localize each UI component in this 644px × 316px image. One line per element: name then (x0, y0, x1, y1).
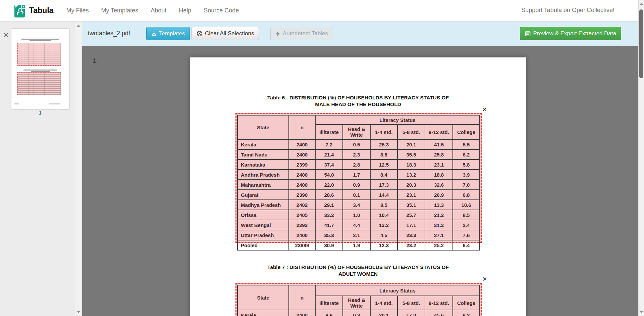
table-cell: 21.2 (425, 220, 453, 230)
table-cell: Maharashtra (237, 180, 289, 190)
table-cell: 20.1 (370, 310, 397, 316)
scroll-down-icon[interactable] (76, 311, 80, 313)
thumbnail-page-number: 1 (11, 110, 69, 116)
column-header: 1-4 std. (370, 125, 397, 139)
tabula-logo-icon[interactable] (14, 4, 26, 18)
table-cell: 8.8 (315, 310, 343, 316)
column-header: College (453, 125, 480, 139)
table-cell: 2399 (289, 160, 315, 170)
nav-about[interactable]: About (151, 7, 166, 14)
table-row: Tamil Nadu240021.42.38.835.525.86.2 (237, 149, 480, 160)
nav-help[interactable]: Help (179, 7, 191, 14)
table-cell: 12.5 (370, 160, 397, 170)
table-cell: 18.8 (425, 170, 453, 180)
clear-all-selections-label: Clear All Selections (205, 30, 254, 37)
table-cell: 29.1 (315, 200, 343, 210)
table-row: Maharashtra240022.00.917.320.332.67.0 (237, 180, 480, 190)
table-cell: 28.6 (315, 190, 343, 200)
scroll-up-icon[interactable] (76, 25, 80, 27)
brand-title[interactable]: Tabula (29, 6, 53, 15)
selection1-close-icon[interactable]: ✕ (482, 107, 487, 112)
table7-title-line2: ADULT WOMEN (190, 271, 526, 277)
group-header: Literacy Status (315, 115, 480, 125)
thumb-title-line (30, 40, 51, 41)
table-selection-2[interactable]: State n Literacy Status IlliterateRead &… (235, 283, 482, 316)
table-cell: 12.3 (370, 240, 397, 250)
table-row: Uttar Pradesh240035.32.14.523.327.17.6 (237, 230, 480, 240)
table-cell: 27.1 (425, 230, 453, 240)
table-row: Orissa240533.21.010.425.721.28.5 (237, 210, 480, 220)
autodetect-tables-button[interactable]: Autodetect Tables (270, 27, 333, 40)
table-cell: 14.4 (370, 190, 397, 200)
table-cell: 23.1 (397, 190, 425, 200)
thumb-selection-1 (17, 43, 61, 66)
navbar: Tabula My Files My Templates About Help … (0, 0, 644, 21)
column-header: State (237, 115, 289, 139)
table7: State n Literacy Status IlliterateRead &… (237, 285, 480, 316)
table-cell: 21.4 (315, 149, 343, 160)
remove-circle-icon (197, 31, 203, 37)
table6-title-line1: Table 6 : DISTRIBUTION (%) OF HOUSEHOLDS… (190, 94, 526, 101)
lightning-icon (275, 31, 280, 37)
sidebar-scrollbar[interactable] (75, 21, 82, 316)
table-cell: 2400 (289, 170, 315, 180)
table-cell: 13.2 (397, 170, 425, 180)
column-header: n (289, 115, 315, 139)
table-cell: 4.5 (370, 230, 397, 240)
column-header: Illiterate (315, 125, 343, 139)
table-cell: 2.1 (343, 230, 370, 240)
lock-icon (21, 4, 25, 8)
table7-title: Table 7 : DISTRIBUTION (%) OF HOUSEHOLDS… (190, 264, 526, 277)
thumb-footer-text (49, 103, 60, 104)
table-cell: Tamil Nadu (237, 149, 289, 160)
table-cell: 25.8 (425, 149, 453, 160)
scrollbar-thumb[interactable] (639, 9, 643, 78)
table-cell: 23.2 (397, 240, 425, 250)
table-cell: 13.3 (425, 200, 453, 210)
column-header: 5-8 std. (397, 125, 425, 139)
scroll-up-icon[interactable] (639, 3, 643, 5)
table-row: Madhya Pradesh240229.13.48.535.113.310.6 (237, 200, 480, 210)
window-scrollbar[interactable] (638, 0, 644, 316)
nav-my-templates[interactable]: My Templates (101, 7, 138, 14)
table6-title-line2: MALE HEAD OF THE HOUSEHOLD (190, 101, 526, 108)
close-file-icon[interactable]: ✕ (3, 31, 9, 39)
selection2-close-icon[interactable]: ✕ (482, 276, 487, 282)
table-row: Kerala24008.80.320.117.045.68.2 (237, 310, 480, 316)
page-thumbnail[interactable] (11, 29, 69, 109)
table-cell: 23.3 (397, 230, 425, 240)
table-cell: 23.1 (425, 160, 453, 170)
table-cell: 2400 (289, 230, 315, 240)
templates-button[interactable]: Templates (146, 27, 190, 40)
table-row: Kerala24007.20.525.320.141.55.5 (237, 139, 480, 149)
table-row: Gujarat239028.60.114.423.126.96.8 (237, 190, 480, 200)
table-cell: 33.2 (315, 210, 343, 220)
table-selection-1[interactable]: State n Literacy Status IlliterateRead &… (235, 113, 482, 243)
scroll-down-icon[interactable] (639, 311, 643, 313)
table-cell: 2405 (289, 210, 315, 220)
clear-all-selections-button[interactable]: Clear All Selections (192, 27, 259, 40)
table-cell: West Bengal (237, 220, 289, 230)
table-cell: 3.9 (453, 170, 480, 180)
table-cell: 17.1 (397, 220, 425, 230)
nav-my-files[interactable]: My Files (66, 7, 89, 14)
table-cell: 2.3 (343, 149, 370, 160)
thumb-title-line (21, 39, 59, 40)
table-cell: 1.0 (343, 210, 370, 220)
table-cell: 22.0 (315, 180, 343, 190)
table-cell: 2400 (289, 139, 315, 149)
support-link[interactable]: Support Tabula on OpenCollective! (521, 7, 614, 14)
table-cell: Orissa (237, 210, 289, 220)
table-list-icon (525, 31, 531, 37)
group-header: Literacy Status (315, 285, 480, 296)
table-cell: 37.4 (315, 160, 343, 170)
table-cell: 32.6 (425, 180, 453, 190)
preview-export-button[interactable]: Preview & Export Extracted Data (520, 27, 621, 40)
pdf-page: Table 6 : DISTRIBUTION (%) OF HOUSEHOLDS… (190, 57, 526, 316)
table-cell: 0.3 (343, 310, 370, 316)
table-cell: 7.2 (315, 139, 343, 149)
column-header: Read & Write (343, 125, 370, 139)
nav-source-code[interactable]: Source Code (204, 7, 239, 14)
thumb-title-line (23, 70, 57, 71)
column-header: State (237, 285, 289, 310)
